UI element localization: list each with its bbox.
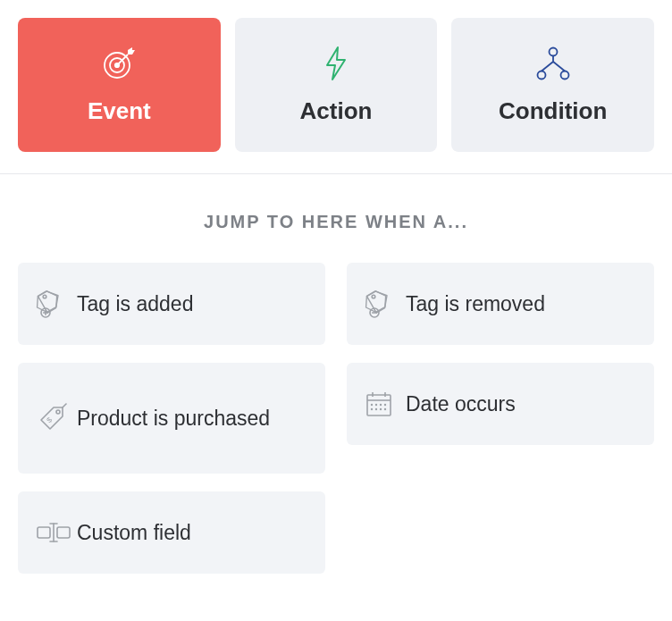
events-grid: Tag is added Tag is removed $ Product is… bbox=[0, 263, 672, 574]
tab-condition-label: Condition bbox=[499, 97, 607, 125]
target-icon bbox=[101, 46, 137, 81]
event-tag-is-added[interactable]: Tag is added bbox=[18, 263, 325, 345]
svg-point-12 bbox=[372, 295, 375, 298]
text-field-icon bbox=[36, 520, 77, 545]
svg-rect-30 bbox=[57, 527, 70, 538]
event-label: Product is purchased bbox=[77, 406, 270, 432]
tab-action[interactable]: Action bbox=[235, 18, 438, 152]
calendar-icon bbox=[365, 390, 406, 418]
lightning-icon bbox=[322, 46, 350, 81]
branch-icon bbox=[533, 46, 573, 81]
svg-point-5 bbox=[549, 47, 557, 55]
svg-point-7 bbox=[560, 71, 568, 79]
event-label: Tag is removed bbox=[406, 291, 545, 317]
tab-event[interactable]: Event bbox=[18, 18, 221, 152]
svg-rect-17 bbox=[367, 395, 391, 415]
svg-text:$: $ bbox=[45, 415, 54, 424]
event-date-occurs[interactable]: Date occurs bbox=[347, 363, 654, 445]
tab-event-label: Event bbox=[88, 97, 151, 125]
price-tag-icon: $ bbox=[36, 402, 77, 434]
tab-condition[interactable]: Condition bbox=[451, 18, 654, 152]
svg-point-6 bbox=[537, 71, 545, 79]
event-product-is-purchased[interactable]: $ Product is purchased bbox=[18, 363, 325, 474]
svg-point-8 bbox=[43, 295, 46, 298]
tab-action-label: Action bbox=[300, 97, 373, 125]
tab-bar: Event Action Condition bbox=[0, 0, 672, 173]
svg-point-15 bbox=[56, 410, 60, 414]
event-label: Custom field bbox=[77, 520, 191, 546]
event-label: Date occurs bbox=[406, 391, 516, 417]
event-label: Tag is added bbox=[77, 291, 193, 317]
tag-remove-icon bbox=[365, 289, 406, 319]
section-title: JUMP TO HERE WHEN A... bbox=[0, 212, 672, 232]
svg-marker-4 bbox=[327, 47, 345, 80]
event-tag-is-removed[interactable]: Tag is removed bbox=[347, 263, 654, 345]
svg-rect-29 bbox=[38, 527, 50, 538]
svg-line-3 bbox=[117, 55, 128, 65]
event-custom-field[interactable]: Custom field bbox=[18, 491, 325, 574]
tag-add-icon bbox=[36, 289, 77, 319]
divider bbox=[0, 173, 672, 174]
